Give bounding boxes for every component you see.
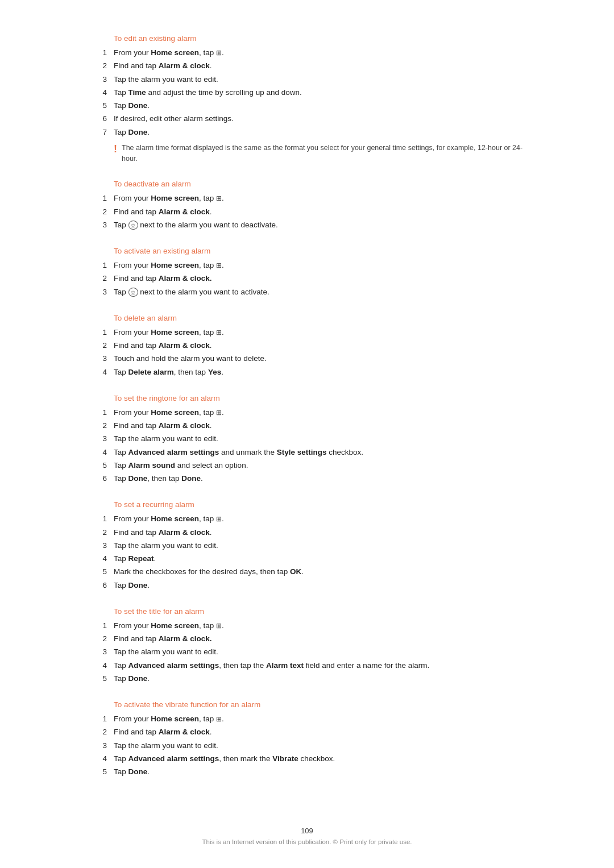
steps-vibrate-alarm: 1From your Home screen, tap ⊞. 2Find and… — [91, 713, 523, 778]
step-item: 2Find and tap Alarm & clock. — [91, 726, 523, 738]
section-vibrate-alarm: To activate the vibrate function for an … — [91, 700, 523, 778]
page-footer: 109 This is an Internet version of this … — [0, 827, 614, 845]
step-item: 5Tap Alarm sound and select an option. — [91, 460, 523, 471]
section-title-edit-alarm: To edit an existing alarm — [114, 34, 523, 43]
section-set-title: To set the title for an alarm 1From your… — [91, 607, 523, 684]
step-item: 1From your Home screen, tap ⊞. — [91, 327, 523, 338]
section-title-set-title: To set the title for an alarm — [114, 607, 523, 616]
note-edit-alarm: ! The alarm time format displayed is the… — [114, 143, 523, 164]
steps-deactivate-alarm: 1From your Home screen, tap ⊞. 2Find and… — [91, 193, 523, 231]
section-deactivate-alarm: To deactivate an alarm 1From your Home s… — [91, 180, 523, 231]
step-item: 3Tap the alarm you want to edit. — [91, 540, 523, 551]
steps-set-ringtone: 1From your Home screen, tap ⊞. 2Find and… — [91, 407, 523, 485]
step-item: 2Find and tap Alarm & clock. — [91, 420, 523, 431]
step-item: 5Tap Done. — [91, 673, 523, 684]
section-recurring-alarm: To set a recurring alarm 1From your Home… — [91, 500, 523, 591]
step-item: 2Find and tap Alarm & clock. — [91, 633, 523, 645]
step-item: 2Find and tap Alarm & clock. — [91, 273, 523, 284]
note-text: The alarm time format displayed is the s… — [122, 143, 523, 164]
step-item: 3Tap the alarm you want to edit. — [91, 740, 523, 751]
step-item: 4Tap Advanced alarm settings and unmark … — [91, 447, 523, 458]
section-activate-alarm: To activate an existing alarm 1From your… — [91, 247, 523, 298]
step-item: 3Touch and hold the alarm you want to de… — [91, 353, 523, 364]
steps-set-title: 1From your Home screen, tap ⊞. 2Find and… — [91, 620, 523, 684]
page-content: To edit an existing alarm 1From your Hom… — [0, 0, 614, 839]
step-item: 3Tap ☼ next to the alarm you want to act… — [91, 286, 523, 298]
page-number: 109 — [0, 827, 614, 835]
steps-edit-alarm: 1From your Home screen, tap ⊞. 2Find and… — [91, 47, 523, 138]
step-item: 3Tap ☼ next to the alarm you want to dea… — [91, 219, 523, 231]
step-item: 1From your Home screen, tap ⊞. — [91, 47, 523, 59]
section-title-set-ringtone: To set the ringtone for an alarm — [114, 394, 523, 402]
section-edit-alarm: To edit an existing alarm 1From your Hom… — [91, 34, 523, 164]
step-item: 1From your Home screen, tap ⊞. — [91, 513, 523, 525]
footer-note: This is an Internet version of this publ… — [0, 838, 614, 845]
step-item: 4Tap Advanced alarm settings, then tap t… — [91, 660, 523, 671]
step-item: 2Find and tap Alarm & clock. — [91, 60, 523, 72]
step-item: 6Tap Done. — [91, 580, 523, 591]
step-item: 6Tap Done, then tap Done. — [91, 473, 523, 484]
section-title-deactivate-alarm: To deactivate an alarm — [114, 180, 523, 188]
step-item: 3Tap the alarm you want to edit. — [91, 74, 523, 85]
step-item: 1From your Home screen, tap ⊞. — [91, 260, 523, 271]
step-item: 4Tap Repeat. — [91, 553, 523, 564]
step-item: 2Find and tap Alarm & clock. — [91, 340, 523, 351]
step-item: 3Tap the alarm you want to edit. — [91, 433, 523, 445]
section-title-delete-alarm: To delete an alarm — [114, 314, 523, 322]
step-item: 5Mark the checkboxes for the desired day… — [91, 566, 523, 578]
step-item: 6If desired, edit other alarm settings. — [91, 113, 523, 124]
step-item: 1From your Home screen, tap ⊞. — [91, 620, 523, 632]
step-item: 4Tap Delete alarm, then tap Yes. — [91, 367, 523, 378]
steps-delete-alarm: 1From your Home screen, tap ⊞. 2Find and… — [91, 327, 523, 378]
step-item: 1From your Home screen, tap ⊞. — [91, 193, 523, 204]
section-set-ringtone: To set the ringtone for an alarm 1From y… — [91, 394, 523, 485]
step-item: 1From your Home screen, tap ⊞. — [91, 407, 523, 418]
section-delete-alarm: To delete an alarm 1From your Home scree… — [91, 314, 523, 378]
section-title-vibrate-alarm: To activate the vibrate function for an … — [114, 700, 523, 709]
step-item: 4Tap Advanced alarm settings, then mark … — [91, 753, 523, 765]
step-item: 7Tap Done. — [91, 127, 523, 138]
step-item: 5Tap Done. — [91, 766, 523, 778]
step-item: 2Find and tap Alarm & clock. — [91, 527, 523, 538]
note-icon: ! — [114, 143, 117, 156]
section-title-activate-alarm: To activate an existing alarm — [114, 247, 523, 255]
step-item: 4Tap Time and adjust the time by scrolli… — [91, 87, 523, 98]
step-item: 5Tap Done. — [91, 100, 523, 111]
section-title-recurring-alarm: To set a recurring alarm — [114, 500, 523, 509]
steps-recurring-alarm: 1From your Home screen, tap ⊞. 2Find and… — [91, 513, 523, 591]
step-item: 3Tap the alarm you want to edit. — [91, 646, 523, 658]
steps-activate-alarm: 1From your Home screen, tap ⊞. 2Find and… — [91, 260, 523, 298]
step-item: 2Find and tap Alarm & clock. — [91, 206, 523, 218]
step-item: 1From your Home screen, tap ⊞. — [91, 713, 523, 725]
